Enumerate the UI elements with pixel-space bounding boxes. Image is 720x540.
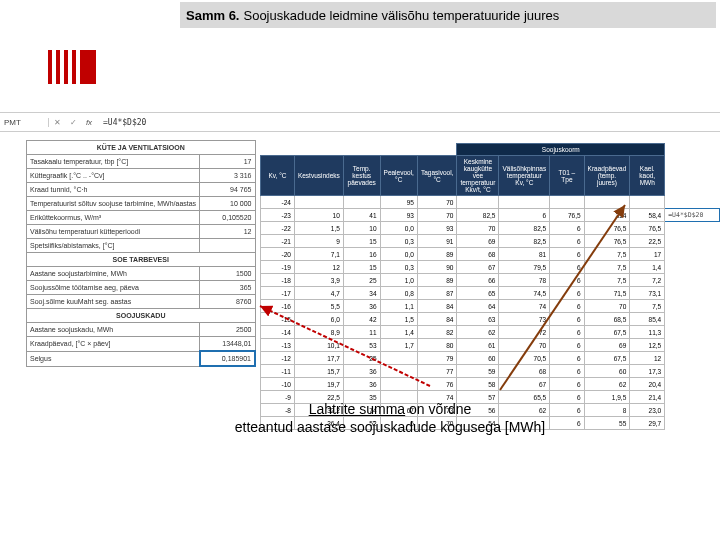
cell[interactable]: 76: [417, 378, 457, 391]
cell[interactable]: 17,3: [630, 365, 665, 378]
cell[interactable]: 20,4: [630, 378, 665, 391]
cell[interactable]: 78: [499, 274, 550, 287]
cell[interactable]: 95: [380, 196, 417, 209]
row-label[interactable]: Aastane soojustarbimine, MWh: [27, 267, 200, 281]
cell[interactable]: 84: [417, 300, 457, 313]
cell[interactable]: 77: [417, 365, 457, 378]
row-label[interactable]: Temperatuurist sõltuv soojuse tarbimine,…: [27, 197, 200, 211]
cell[interactable]: -20: [261, 248, 295, 261]
cell[interactable]: [457, 196, 499, 209]
cell[interactable]: 6: [550, 222, 584, 235]
row-value[interactable]: 13448,01: [200, 337, 255, 352]
cell[interactable]: 68: [499, 365, 550, 378]
confirm-icon[interactable]: ✓: [65, 118, 81, 127]
cell[interactable]: 67: [457, 261, 499, 274]
cell[interactable]: 6: [550, 326, 584, 339]
cell[interactable]: 65: [457, 287, 499, 300]
cell[interactable]: -24: [261, 196, 295, 209]
cell[interactable]: [584, 196, 630, 209]
cell[interactable]: 67: [499, 378, 550, 391]
cell[interactable]: 15,7: [294, 365, 343, 378]
cell[interactable]: -23: [261, 209, 295, 222]
cell[interactable]: 60: [457, 352, 499, 365]
cell[interactable]: 6: [499, 209, 550, 222]
cell-formula[interactable]: [665, 404, 720, 417]
cell[interactable]: [550, 196, 584, 209]
cell[interactable]: 21,4: [630, 391, 665, 404]
cell[interactable]: 91: [417, 235, 457, 248]
cell[interactable]: 1,7: [380, 339, 417, 352]
cell[interactable]: 82,5: [457, 209, 499, 222]
cell[interactable]: 58: [457, 378, 499, 391]
cell[interactable]: 0,0: [380, 248, 417, 261]
cell[interactable]: -19: [261, 261, 295, 274]
row-value[interactable]: 0,105520: [200, 211, 255, 225]
row-label[interactable]: Soojussõlme töötamise aeg, päeva: [27, 281, 200, 295]
cell[interactable]: [294, 196, 343, 209]
cell[interactable]: 79,5: [499, 261, 550, 274]
cell-formula[interactable]: [665, 339, 720, 352]
cell[interactable]: 82,5: [499, 235, 550, 248]
cell[interactable]: 73: [499, 313, 550, 326]
row-label[interactable]: Välisõhu temperatuuri kütteperioodi: [27, 225, 200, 239]
cell[interactable]: 79: [417, 352, 457, 365]
cell[interactable]: 89: [417, 274, 457, 287]
cell[interactable]: 76,5: [550, 209, 584, 222]
cell[interactable]: 34: [343, 287, 380, 300]
cell[interactable]: 10: [343, 222, 380, 235]
cell[interactable]: 7,5: [584, 274, 630, 287]
cell[interactable]: 90: [417, 261, 457, 274]
row-label[interactable]: Kraadpäevad, [°C × päev]: [27, 337, 200, 352]
cell[interactable]: 8,9: [294, 326, 343, 339]
cell[interactable]: 6: [550, 248, 584, 261]
row-label[interactable]: Kraad tunnid, °C·h: [27, 183, 200, 197]
cell[interactable]: 72: [499, 326, 550, 339]
cell[interactable]: -11: [261, 365, 295, 378]
cell[interactable]: 36: [343, 365, 380, 378]
cell[interactable]: -15: [261, 313, 295, 326]
cell[interactable]: 12,5: [630, 339, 665, 352]
cell[interactable]: 69: [457, 235, 499, 248]
cell[interactable]: 36: [343, 378, 380, 391]
cell[interactable]: [630, 196, 665, 209]
cell[interactable]: 1,4: [380, 326, 417, 339]
cell[interactable]: 70: [417, 209, 457, 222]
cell-formula[interactable]: [665, 287, 720, 300]
row-label[interactable]: Aastane soojuskadu, MWh: [27, 323, 200, 337]
cell-formula[interactable]: [665, 378, 720, 391]
cell[interactable]: 68,5: [584, 313, 630, 326]
cell[interactable]: 3,9: [294, 274, 343, 287]
cell-formula[interactable]: [665, 391, 720, 404]
cell[interactable]: 10: [294, 209, 343, 222]
cell[interactable]: 7,5: [584, 248, 630, 261]
cell[interactable]: [380, 352, 417, 365]
row-value[interactable]: 3 316: [200, 169, 255, 183]
cell[interactable]: 61: [457, 339, 499, 352]
cell[interactable]: [380, 378, 417, 391]
cell[interactable]: 85,4: [630, 313, 665, 326]
cell[interactable]: -22: [261, 222, 295, 235]
cell[interactable]: 62: [457, 326, 499, 339]
row-label[interactable]: Küttegraafik [.°C .. -°Cv]: [27, 169, 200, 183]
cell[interactable]: 7,2: [630, 274, 665, 287]
cell[interactable]: 59: [457, 365, 499, 378]
cell[interactable]: 69: [584, 339, 630, 352]
row-value[interactable]: 1500: [200, 267, 255, 281]
cell[interactable]: 93: [417, 222, 457, 235]
cell[interactable]: 82,5: [499, 222, 550, 235]
cell[interactable]: -16: [261, 300, 295, 313]
cell[interactable]: 67,5: [584, 326, 630, 339]
cell[interactable]: 84: [417, 313, 457, 326]
cell[interactable]: 314: [584, 209, 630, 222]
cell[interactable]: 76,5: [584, 235, 630, 248]
cell[interactable]: 6: [550, 313, 584, 326]
row-label[interactable]: Sooj.sõlme kuuMaht seg. aastas: [27, 295, 200, 309]
cell[interactable]: 6: [550, 274, 584, 287]
row-value[interactable]: 2500: [200, 323, 255, 337]
cell-formula[interactable]: [665, 326, 720, 339]
cell[interactable]: 6: [550, 352, 584, 365]
cell[interactable]: 6: [550, 300, 584, 313]
cell[interactable]: 41: [343, 209, 380, 222]
cell[interactable]: 63: [457, 313, 499, 326]
cell[interactable]: 22,5: [630, 235, 665, 248]
